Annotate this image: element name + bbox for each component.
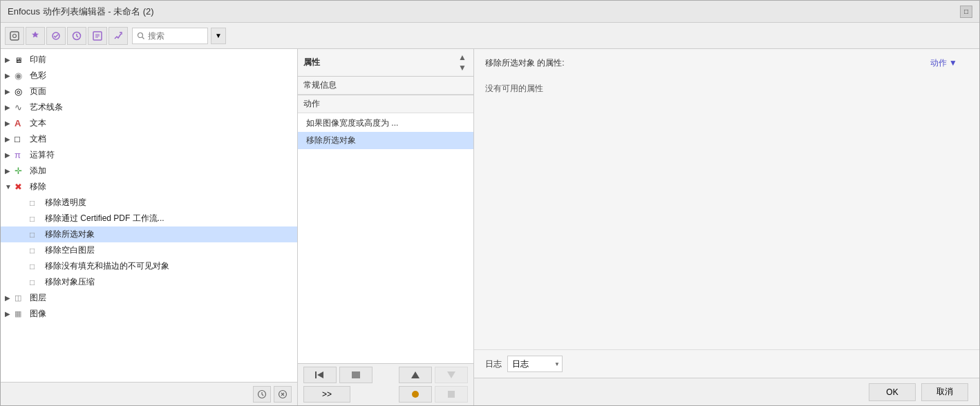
tree-item-color[interactable]: ▶ ◉ 色彩 bbox=[1, 68, 297, 84]
tree-label-remove-compress: 移除对象压缩 bbox=[45, 276, 95, 288]
tree-item-document[interactable]: ▶ □ 文档 bbox=[1, 131, 297, 147]
file-icon-6: □ bbox=[30, 278, 42, 287]
search-settings-button[interactable]: ▼ bbox=[211, 28, 226, 44]
general-info-header[interactable]: 常规信息 bbox=[298, 77, 473, 95]
file-icon-5: □ bbox=[30, 262, 42, 271]
artlines-icon: ∿ bbox=[15, 102, 27, 113]
tree-arrow-text: ▶ bbox=[5, 119, 15, 127]
tree-arrow-add: ▶ bbox=[5, 167, 15, 175]
tree-item-text[interactable]: ▶ A 文本 bbox=[1, 115, 297, 131]
layers-icon: ◫ bbox=[15, 293, 27, 302]
search-box[interactable] bbox=[132, 28, 208, 44]
maximize-button[interactable]: □ bbox=[960, 6, 972, 18]
operator-icon: π bbox=[15, 150, 27, 160]
middle-panel-header: 属性 ▲ ▼ bbox=[298, 49, 473, 77]
tree-item-page[interactable]: ▶ ◎ 页面 bbox=[1, 84, 297, 99]
file-icon-2: □ bbox=[30, 214, 42, 224]
document-icon: □ bbox=[15, 134, 27, 144]
tree-footer-btn-1[interactable] bbox=[253, 386, 271, 403]
toolbar-btn-6[interactable] bbox=[109, 27, 128, 45]
tree-item-image[interactable]: ▶ ▦ 图像 bbox=[1, 306, 297, 322]
svg-marker-9 bbox=[317, 371, 323, 378]
toolbar-btn-4[interactable] bbox=[67, 27, 86, 45]
toolbar-btn-3[interactable] bbox=[46, 27, 66, 45]
left-panel: ▶ 🖥 印前 ▶ ◉ 色彩 ▶ ◎ 页面 ▶ ∿ 艺术线条 bbox=[1, 49, 298, 405]
middle-footer-row-1 bbox=[303, 367, 468, 383]
svg-rect-14 bbox=[448, 391, 455, 398]
middle-panel-footer: >> bbox=[298, 363, 473, 405]
middle-footer-row-2: >> bbox=[303, 386, 468, 403]
tree-label-text: 文本 bbox=[30, 117, 46, 129]
tree-container: ▶ 🖥 印前 ▶ ◉ 色彩 ▶ ◎ 页面 ▶ ∿ 艺术线条 bbox=[1, 49, 297, 382]
action-item-1[interactable]: 移除所选对象 bbox=[298, 132, 473, 149]
scroll-down-btn[interactable]: ▼ bbox=[457, 63, 468, 72]
mid-btn-circle[interactable] bbox=[399, 386, 432, 403]
svg-rect-0 bbox=[10, 32, 19, 40]
tree-arrow-page: ▶ bbox=[5, 88, 15, 95]
tree-label-layers: 图层 bbox=[30, 292, 46, 304]
tree-item-remove[interactable]: ▼ ✖ 移除 bbox=[1, 179, 297, 195]
svg-marker-11 bbox=[411, 371, 420, 378]
ok-button[interactable]: OK bbox=[869, 383, 916, 401]
toolbar-btn-5[interactable] bbox=[88, 27, 107, 45]
tree-label-remove-certified: 移除通过 Certified PDF 工作流... bbox=[45, 213, 164, 224]
tree-item-operator[interactable]: ▶ π 运算符 bbox=[1, 147, 297, 163]
cancel-button[interactable]: 取消 bbox=[921, 383, 968, 401]
main-content: ▶ 🖥 印前 ▶ ◉ 色彩 ▶ ◎ 页面 ▶ ∿ 艺术线条 bbox=[1, 49, 979, 405]
log-label: 日志 bbox=[485, 358, 502, 370]
mid-btn-up[interactable] bbox=[399, 367, 432, 383]
right-panel-footer: OK 取消 bbox=[474, 378, 979, 405]
scroll-up-btn[interactable]: ▲ bbox=[457, 52, 468, 62]
mid-btn-down[interactable] bbox=[435, 367, 468, 383]
tree-item-remove-invisible[interactable]: □ 移除没有填充和描边的不可见对象 bbox=[1, 258, 297, 274]
log-select-wrapper: 日志 警告 错误 bbox=[507, 356, 563, 372]
tree-arrow-operator: ▶ bbox=[5, 151, 15, 159]
tree-arrow-artlines: ▶ bbox=[5, 104, 15, 111]
action-item-0[interactable]: 如果图像宽度或高度为 ... bbox=[298, 115, 473, 132]
tree-label-prepress: 印前 bbox=[30, 54, 46, 66]
left-panel-footer bbox=[1, 382, 297, 405]
tree-label-page: 页面 bbox=[30, 86, 46, 97]
svg-marker-12 bbox=[447, 371, 455, 378]
mid-btn-second[interactable] bbox=[339, 367, 373, 383]
tree-item-artlines[interactable]: ▶ ∿ 艺术线条 bbox=[1, 99, 297, 115]
svg-rect-8 bbox=[315, 371, 317, 378]
svg-point-5 bbox=[138, 32, 143, 37]
mid-btn-stop[interactable] bbox=[435, 386, 468, 403]
tree-item-add[interactable]: ▶ ✛ 添加 bbox=[1, 163, 297, 179]
title-bar-buttons: □ bbox=[960, 6, 972, 18]
remove-icon: ✖ bbox=[15, 182, 27, 192]
tree-item-remove-transparency[interactable]: □ 移除透明度 bbox=[1, 195, 297, 211]
mid-btn-first[interactable] bbox=[303, 367, 337, 383]
toolbar: ▼ bbox=[1, 23, 979, 49]
tree-label-operator: 运算符 bbox=[30, 149, 55, 161]
main-window: Enfocus 动作列表编辑器 - 未命名 (2) □ bbox=[0, 0, 980, 406]
tree-label-image: 图像 bbox=[30, 308, 46, 320]
tree-item-layers[interactable]: ▶ ◫ 图层 bbox=[1, 290, 297, 306]
svg-point-13 bbox=[412, 391, 419, 398]
tree-item-remove-compress[interactable]: □ 移除对象压缩 bbox=[1, 274, 297, 290]
tree-arrow-image: ▶ bbox=[5, 310, 15, 318]
page-icon: ◎ bbox=[15, 86, 27, 97]
mid-btn-add[interactable]: >> bbox=[303, 386, 350, 403]
log-select[interactable]: 日志 警告 错误 bbox=[507, 356, 563, 372]
tree-arrow-remove: ▼ bbox=[5, 183, 15, 191]
props-area: 移除所选对象 的属性: 动作 ▼ 没有可用的属性 bbox=[474, 49, 979, 349]
actions-section-header: 动作 bbox=[303, 99, 320, 108]
right-panel: 移除所选对象 的属性: 动作 ▼ 没有可用的属性 日志 日志 警告 错误 bbox=[474, 49, 979, 405]
tree-item-remove-empty[interactable]: □ 移除空白图层 bbox=[1, 242, 297, 258]
search-input[interactable] bbox=[148, 31, 203, 41]
toolbar-btn-2[interactable] bbox=[26, 27, 45, 45]
prepress-icon: 🖥 bbox=[15, 56, 27, 64]
window-title: Enfocus 动作列表编辑器 - 未命名 (2) bbox=[8, 6, 154, 18]
toolbar-btn-1[interactable] bbox=[5, 27, 24, 45]
tree-item-prepress[interactable]: ▶ 🖥 印前 bbox=[1, 52, 297, 68]
action-dropdown-link[interactable]: 动作 ▼ bbox=[930, 57, 957, 69]
text-icon: A bbox=[15, 118, 27, 128]
tree-item-remove-selected[interactable]: □ 移除所选对象 bbox=[1, 226, 297, 242]
tree-label-remove-transparency: 移除透明度 bbox=[45, 197, 86, 209]
tree-footer-btn-2[interactable] bbox=[274, 386, 292, 403]
tree-label-document: 文档 bbox=[30, 133, 46, 145]
tree-item-remove-certified[interactable]: □ 移除通过 Certified PDF 工作流... bbox=[1, 211, 297, 226]
image-icon: ▦ bbox=[15, 309, 27, 318]
